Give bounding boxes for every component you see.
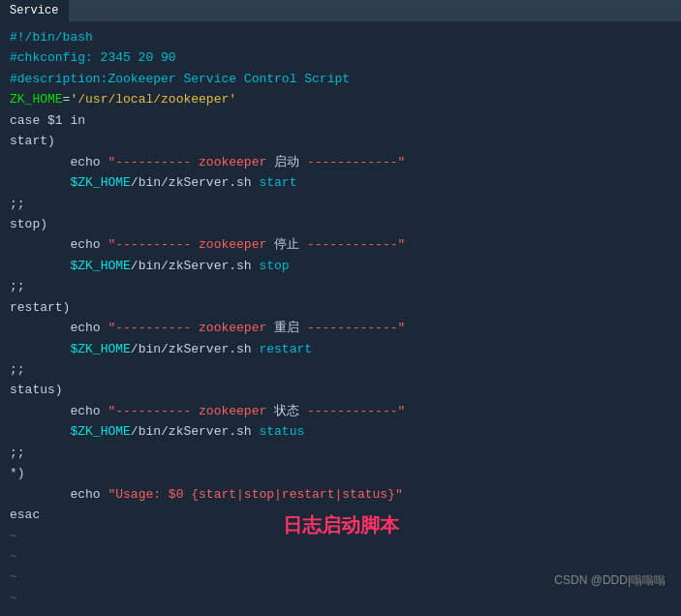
code-line: $ZK_HOME/bin/zkServer.sh stop <box>10 256 681 276</box>
code-line: $ZK_HOME/bin/zkServer.sh start <box>10 172 681 193</box>
code-line: *) <box>10 463 681 483</box>
code-line: #!/bin/bash <box>10 27 681 47</box>
code-line: case $1 in <box>10 110 681 131</box>
code-line: ;; <box>10 359 681 380</box>
code-line: $ZK_HOME/bin/zkServer.sh status <box>10 421 681 442</box>
code-line: status) <box>10 380 681 400</box>
code-line: ;; <box>10 276 681 296</box>
caption-text: 日志启动脚本 <box>283 512 399 539</box>
code-line: #chkconfig: 2345 20 90 <box>10 47 681 68</box>
code-line: echo "Usage: $0 {start|stop|restart|stat… <box>10 484 681 505</box>
code-line: echo "---------- zookeeper 停止 ----------… <box>10 234 681 255</box>
code-line: ~ <box>10 546 681 567</box>
code-line: echo "---------- zookeeper 重启 ----------… <box>10 318 681 338</box>
code-line: echo "---------- zookeeper 启动 ----------… <box>10 152 681 172</box>
code-line: ;; <box>10 443 681 463</box>
code-line: restart) <box>10 297 681 318</box>
tab-bar: Service <box>0 0 681 21</box>
code-line: ~ <box>10 608 681 616</box>
tab-item-service[interactable]: Service <box>0 0 69 21</box>
code-line: ~ <box>10 588 681 608</box>
code-line: ZK_HOME='/usr/local/zookeeper' <box>10 89 681 109</box>
code-line: stop) <box>10 214 681 234</box>
code-line: #description:Zookeeper Service Control S… <box>10 69 681 89</box>
editor-container: Service #!/bin/bash#chkconfig: 2345 20 9… <box>0 0 681 616</box>
code-line: ;; <box>10 194 681 214</box>
code-line: $ZK_HOME/bin/zkServer.sh restart <box>10 339 681 359</box>
watermark-text: CSDN @DDD|嗡嗡嗡 <box>554 572 666 589</box>
code-line: echo "---------- zookeeper 状态 ----------… <box>10 401 681 421</box>
tab-label: Service <box>10 4 58 17</box>
code-line: start) <box>10 131 681 151</box>
